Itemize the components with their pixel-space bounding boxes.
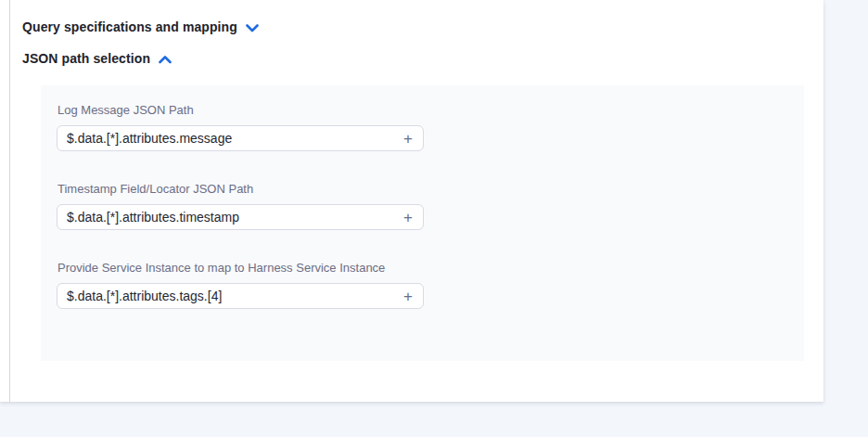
field-label: Provide Service Instance to map to Harne… — [57, 261, 788, 275]
log-message-json-path-input-container: + — [57, 125, 424, 151]
plus-icon[interactable]: + — [402, 210, 414, 225]
chevron-down-icon — [246, 24, 259, 32]
plus-icon[interactable]: + — [402, 131, 414, 147]
service-instance-json-path-input-container: + — [57, 283, 424, 309]
vertical-divider — [9, 0, 10, 402]
service-instance-json-path-input[interactable] — [67, 289, 402, 303]
section-header-json-path-selection[interactable]: JSON path selection — [22, 51, 172, 66]
chevron-up-icon — [159, 56, 172, 64]
plus-icon[interactable]: + — [402, 289, 414, 304]
timestamp-json-path-input-container: + — [57, 204, 424, 230]
timestamp-json-path-input[interactable] — [67, 210, 402, 225]
field-timestamp-json-path: Timestamp Field/Locator JSON Path + — [57, 182, 788, 230]
json-path-selection-panel: Log Message JSON Path + Timestamp Field/… — [41, 85, 804, 361]
settings-card: Query specifications and mapping JSON pa… — [0, 0, 823, 402]
log-message-json-path-input[interactable] — [67, 131, 402, 146]
section-header-query-specifications[interactable]: Query specifications and mapping — [22, 19, 259, 34]
section-title: JSON path selection — [22, 51, 150, 66]
section-title: Query specifications and mapping — [22, 19, 237, 34]
field-label: Log Message JSON Path — [57, 103, 788, 117]
field-label: Timestamp Field/Locator JSON Path — [57, 182, 788, 196]
field-log-message-json-path: Log Message JSON Path + — [57, 103, 788, 151]
field-service-instance-json-path: Provide Service Instance to map to Harne… — [57, 261, 788, 309]
